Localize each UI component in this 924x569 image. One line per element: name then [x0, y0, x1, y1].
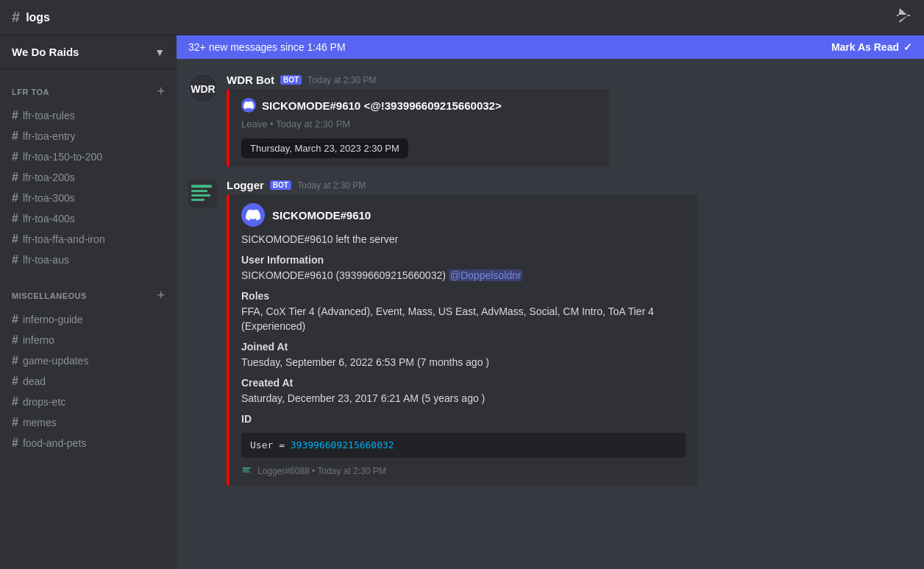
section-add-lfr[interactable]: +	[157, 84, 165, 99]
channel-item-lfr-toa-aus[interactable]: # lfr-toa-aus	[6, 250, 171, 270]
new-messages-banner: 32+ new messages since 1:46 PM Mark As R…	[177, 35, 924, 59]
section-miscellaneous: MISCELLANEOUS + # inferno-guide # infern…	[0, 273, 177, 456]
channel-hash-icon-12: #	[12, 395, 18, 409]
avatar-logger	[188, 179, 218, 208]
wdr-bot-timestamp: Today at 2:30 PM	[308, 75, 376, 85]
channel-label-lfr-toa-150: lfr-toa-150-to-200	[23, 151, 102, 163]
logger-id-block: User = 393996609215660032	[241, 433, 686, 458]
channel-hash-icon-1: #	[12, 130, 18, 143]
logger-footer-text: Logger#6088 • Today at 2:30 PM	[257, 466, 386, 476]
section-header-lfr: LFR TOA +	[6, 81, 171, 102]
logger-user-info-label: User Information	[241, 253, 686, 268]
logger-id-equals: =	[279, 439, 291, 450]
channel-item-inferno-guide[interactable]: # inferno-guide	[6, 309, 171, 330]
channel-hash-icon-8: #	[12, 313, 18, 326]
server-header[interactable]: We Do Raids ▼	[0, 35, 177, 69]
channel-item-food-and-pets[interactable]: # food-and-pets	[6, 433, 171, 453]
channel-label-game-updates: game-updates	[23, 355, 89, 367]
wdr-bot-badge: BOT	[280, 75, 302, 85]
logger-user-info-value: SICKOMODE#9610 (393996609215660032) @Dop…	[241, 269, 522, 281]
new-messages-text: 32+ new messages since 1:46 PM	[188, 41, 346, 53]
logger-id-key: User	[250, 439, 273, 450]
channel-hash-icon-14: #	[12, 437, 18, 450]
mark-as-read-button[interactable]: Mark As Read ✓	[831, 41, 912, 53]
server-name: We Do Raids	[12, 46, 79, 58]
svg-rect-9	[243, 470, 249, 470]
logger-joined-label: Joined At	[241, 340, 686, 355]
wdr-bot-embed: SICKOMODE#9610 <@!393996609215660032> Le…	[227, 89, 609, 167]
channel-label-food-and-pets: food-and-pets	[23, 437, 86, 449]
avatar-wdr-bot: WDR	[188, 74, 218, 103]
channel-label-lfr-toa-ffa: lfr-toa-ffa-and-iron	[23, 233, 105, 245]
logger-roles-value: FFA, CoX Tier 4 (Advanced), Event, Mass,…	[241, 305, 654, 332]
logger-id-label: ID	[241, 412, 686, 427]
embed-title: SICKOMODE#9610 <@!393996609215660032>	[262, 99, 502, 112]
logger-left-server: SICKOMODE#9610 left the server	[241, 233, 686, 247]
channel-hash-icon-13: #	[12, 416, 18, 429]
channel-hash-icon-11: #	[12, 375, 18, 388]
svg-rect-10	[243, 471, 250, 472]
svg-rect-6	[191, 199, 205, 201]
channel-label-lfr-toa-aus: lfr-toa-aus	[23, 254, 69, 266]
channel-item-lfr-toa-300s[interactable]: # lfr-toa-300s	[6, 188, 171, 208]
channel-label-lfr-toa-300s: lfr-toa-300s	[23, 192, 75, 204]
logger-author: Logger	[227, 179, 264, 191]
logger-bot-badge: BOT	[270, 180, 291, 190]
message-group-logger: Logger BOT Today at 2:30 PM SICKO	[177, 176, 924, 489]
channel-label-lfr-toa-entry: lfr-toa-entry	[23, 130, 76, 142]
svg-text:WDR: WDR	[191, 83, 215, 95]
channel-item-lfr-toa-400s[interactable]: # lfr-toa-400s	[6, 208, 171, 229]
svg-rect-8	[243, 467, 251, 469]
channel-item-lfr-toa-entry[interactable]: # lfr-toa-entry	[6, 126, 171, 146]
message-content-wdr-bot: WDR Bot BOT Today at 2:30 PM SICK	[227, 74, 912, 167]
logger-timestamp: Today at 2:30 PM	[297, 180, 366, 191]
channel-hash-icon-7: #	[12, 253, 18, 266]
channel-icon-right	[895, 7, 912, 28]
message-content-logger: Logger BOT Today at 2:30 PM SICKO	[227, 179, 912, 486]
channel-item-lfr-toa-rules[interactable]: # lfr-toa-rules	[6, 105, 171, 126]
channel-hash-icon-2: #	[12, 150, 18, 163]
svg-rect-7	[241, 465, 253, 477]
channel-item-drops-etc[interactable]: # drops-etc	[6, 392, 171, 412]
section-add-misc[interactable]: +	[157, 288, 165, 303]
logger-roles-label: Roles	[241, 289, 686, 304]
server-header-left: We Do Raids	[12, 46, 79, 58]
logger-body: SICKOMODE#9610 left the server User Info…	[241, 233, 686, 458]
channel-hash-icon-3: #	[12, 171, 18, 184]
channel-item-lfr-toa-ffa[interactable]: # lfr-toa-ffa-and-iron	[6, 229, 171, 250]
channel-item-inferno[interactable]: # inferno	[6, 330, 171, 350]
channel-item-memes[interactable]: # memes	[6, 412, 171, 433]
channel-label-lfr-toa-rules: lfr-toa-rules	[23, 110, 75, 121]
top-bar: # logs	[0, 0, 924, 35]
logger-mention: @Doppelsoldnr	[449, 269, 523, 281]
mark-as-read-label: Mark As Read	[831, 41, 899, 53]
logger-footer-icon	[241, 465, 253, 477]
channel-item-lfr-toa-200s[interactable]: # lfr-toa-200s	[6, 167, 171, 188]
channel-hash-icon-0: #	[12, 109, 18, 122]
channel-item-dead[interactable]: # dead	[6, 371, 171, 392]
channel-label-lfr-toa-400s: lfr-toa-400s	[23, 213, 75, 225]
logger-user-header: SICKOMODE#9610	[241, 203, 686, 227]
channel-label-lfr-toa-200s: lfr-toa-200s	[23, 172, 75, 183]
sidebar: We Do Raids ▼ LFR TOA + # lfr-toa-rules …	[0, 35, 177, 569]
checkmark-icon: ✓	[903, 41, 912, 53]
svg-rect-4	[191, 190, 207, 192]
logger-created-label: Created At	[241, 376, 686, 391]
logger-embed: SICKOMODE#9610 SICKOMODE#9610 left the s…	[227, 194, 697, 486]
logger-discord-icon	[241, 203, 265, 227]
channel-hash-icon-5: #	[12, 212, 18, 225]
messages-container: WDR WDR Bot BOT Today at 2:30 PM	[177, 59, 924, 569]
message-header-logger: Logger BOT Today at 2:30 PM	[227, 179, 912, 191]
main-layout: We Do Raids ▼ LFR TOA + # lfr-toa-rules …	[0, 35, 924, 569]
channel-item-lfr-toa-150[interactable]: # lfr-toa-150-to-200	[6, 146, 171, 167]
embed-author-line: SICKOMODE#9610 <@!393996609215660032>	[241, 98, 597, 113]
channel-hash-icon: #	[12, 9, 20, 26]
embed-subtitle: Leave • Today at 2:30 PM	[241, 119, 597, 130]
channel-item-game-updates[interactable]: # game-updates	[6, 350, 171, 371]
top-bar-left: # logs	[12, 9, 895, 26]
wdr-bot-author: WDR Bot	[227, 74, 274, 86]
svg-rect-5	[191, 194, 210, 197]
top-bar-right	[895, 7, 912, 28]
logger-id-value: 393996609215660032	[291, 439, 394, 450]
logger-footer: Logger#6088 • Today at 2:30 PM	[241, 465, 686, 477]
